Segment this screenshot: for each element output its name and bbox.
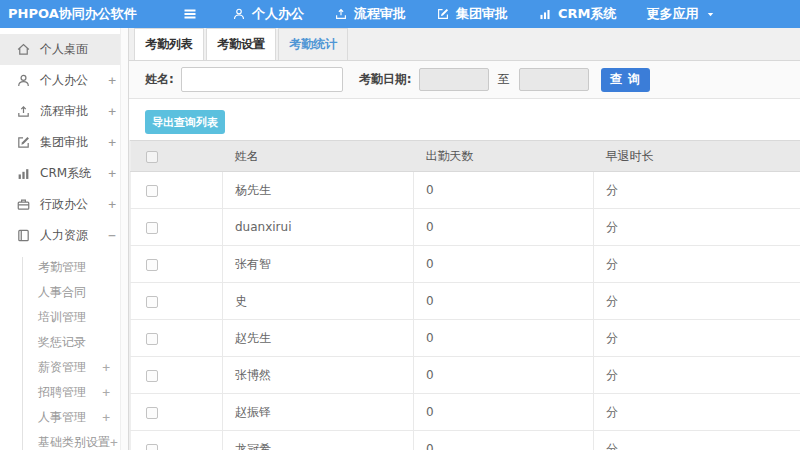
nav-crm-system[interactable]: CRM系统 bbox=[538, 5, 617, 23]
subitem-label: 基础类别设置 bbox=[38, 434, 110, 450]
sidebar-item-group-approval[interactable]: 集团审批 + bbox=[0, 127, 128, 158]
sidebar-subitem-training-mgmt[interactable]: 培训管理 bbox=[0, 305, 128, 330]
book-icon bbox=[16, 228, 31, 243]
name-label: 姓名: bbox=[145, 71, 174, 88]
attendance-table: 姓名 出勤天数 早退时长 杨先生 0 分 bbox=[129, 140, 800, 450]
app-window: PHPOA协同办公软件 个人办公 流程审批 集团审批 CRM系统 更多应用 bbox=[0, 0, 800, 450]
cell-days: 0 bbox=[414, 246, 594, 283]
cell-duration: 分 bbox=[594, 357, 800, 394]
header-early-leave-duration: 早退时长 bbox=[594, 141, 800, 172]
cell-days: 0 bbox=[414, 357, 594, 394]
sidebar-item-label: 行政办公 bbox=[40, 196, 88, 213]
cell-days: 0 bbox=[414, 431, 594, 450]
cell-name: 赵振铎 bbox=[223, 394, 414, 431]
expand-indicator[interactable]: + bbox=[108, 73, 116, 88]
main-content: 考勤列表 考勤设置 考勤统计 姓名: 考勤日期: 至 查 询 导出查询列表 bbox=[129, 28, 800, 450]
sidebar-subitem-salary-mgmt[interactable]: 薪资管理 + bbox=[0, 355, 128, 380]
hamburger-menu-icon[interactable] bbox=[182, 6, 198, 22]
tab-bar: 考勤列表 考勤设置 考勤统计 bbox=[129, 28, 800, 61]
tab-attendance-statistics[interactable]: 考勤统计 bbox=[278, 28, 348, 60]
sidebar-item-personal-office[interactable]: 个人办公 + bbox=[0, 65, 128, 96]
row-checkbox[interactable] bbox=[146, 222, 158, 234]
table-row: duanxirui 0 分 bbox=[131, 209, 800, 246]
row-checkbox[interactable] bbox=[146, 444, 158, 450]
chart-icon bbox=[538, 7, 552, 21]
sidebar-item-label: 集团审批 bbox=[40, 134, 88, 151]
subitem-label: 培训管理 bbox=[38, 309, 86, 326]
user-icon bbox=[232, 7, 246, 21]
sidebar-subitem-recruit-mgmt[interactable]: 招聘管理 + bbox=[0, 380, 128, 405]
subitem-label: 薪资管理 bbox=[38, 359, 86, 376]
table-row: 龙冠希 0 分 bbox=[131, 431, 800, 450]
cell-days: 0 bbox=[414, 172, 594, 209]
expand-indicator[interactable]: + bbox=[102, 360, 110, 375]
nav-personal-office[interactable]: 个人办公 bbox=[232, 5, 304, 23]
sidebar-subitem-attendance-mgmt[interactable]: 考勤管理 bbox=[0, 255, 128, 280]
expand-indicator[interactable]: + bbox=[108, 166, 116, 181]
date-to-input[interactable] bbox=[519, 68, 589, 91]
home-icon bbox=[16, 42, 31, 57]
table-row: 赵振铎 0 分 bbox=[131, 394, 800, 431]
date-from-input[interactable] bbox=[419, 68, 489, 91]
expand-indicator[interactable]: + bbox=[108, 104, 116, 119]
user-icon bbox=[16, 73, 31, 88]
sidebar-item-human-resources[interactable]: 人力资源 − bbox=[0, 220, 128, 251]
sidebar-item-label: 流程审批 bbox=[40, 103, 88, 120]
cell-duration: 分 bbox=[594, 246, 800, 283]
cell-name: duanxirui bbox=[223, 209, 414, 246]
row-checkbox[interactable] bbox=[146, 185, 158, 197]
row-checkbox[interactable] bbox=[146, 333, 158, 345]
sidebar: 个人桌面 个人办公 + 流程审批 + 集团审批 + CRM系统 + bbox=[0, 28, 129, 450]
nav-label: 个人办公 bbox=[252, 5, 304, 23]
to-label: 至 bbox=[498, 71, 510, 88]
export-list-button[interactable]: 导出查询列表 bbox=[145, 110, 225, 134]
expand-indicator[interactable]: + bbox=[108, 135, 116, 150]
table-header-row: 姓名 出勤天数 早退时长 bbox=[131, 141, 800, 172]
cell-days: 0 bbox=[414, 209, 594, 246]
nav-group-approval[interactable]: 集团审批 bbox=[436, 5, 508, 23]
sidebar-subitem-base-category-settings[interactable]: 基础类别设置 + bbox=[0, 430, 128, 450]
tab-attendance-list[interactable]: 考勤列表 bbox=[134, 28, 204, 60]
row-checkbox[interactable] bbox=[146, 407, 158, 419]
table-row: 赵先生 0 分 bbox=[131, 320, 800, 357]
sidebar-item-admin-office[interactable]: 行政办公 + bbox=[0, 189, 128, 220]
table-row: 张有智 0 分 bbox=[131, 246, 800, 283]
upload-icon bbox=[334, 7, 348, 21]
nav-more-apps[interactable]: 更多应用 bbox=[647, 5, 716, 23]
edit-icon bbox=[16, 135, 31, 150]
subitem-label: 奖惩记录 bbox=[38, 334, 86, 351]
name-input[interactable] bbox=[181, 67, 343, 92]
collapse-indicator[interactable]: − bbox=[108, 228, 116, 243]
cell-name: 赵先生 bbox=[223, 320, 414, 357]
sidebar-subitem-reward-punishment[interactable]: 奖惩记录 bbox=[0, 330, 128, 355]
expand-indicator[interactable]: + bbox=[110, 435, 118, 450]
nav-workflow-approval[interactable]: 流程审批 bbox=[334, 5, 406, 23]
expand-indicator[interactable]: + bbox=[102, 410, 110, 425]
cell-duration: 分 bbox=[594, 431, 800, 450]
sidebar-subitem-hr-contract[interactable]: 人事合同 bbox=[0, 280, 128, 305]
header-name: 姓名 bbox=[223, 141, 414, 172]
select-all-checkbox[interactable] bbox=[146, 151, 158, 163]
top-nav: 个人办公 流程审批 集团审批 CRM系统 更多应用 bbox=[232, 5, 716, 23]
sidebar-item-label: 人力资源 bbox=[40, 227, 88, 244]
nav-label: CRM系统 bbox=[558, 5, 617, 23]
row-checkbox[interactable] bbox=[146, 296, 158, 308]
row-checkbox[interactable] bbox=[146, 370, 158, 382]
expand-indicator[interactable]: + bbox=[108, 197, 116, 212]
query-button[interactable]: 查 询 bbox=[601, 68, 650, 92]
expand-indicator[interactable]: + bbox=[102, 385, 110, 400]
tab-attendance-settings[interactable]: 考勤设置 bbox=[206, 28, 276, 60]
sidebar-item-workflow-approval[interactable]: 流程审批 + bbox=[0, 96, 128, 127]
sidebar-subitem-personnel-mgmt[interactable]: 人事管理 + bbox=[0, 405, 128, 430]
sidebar-item-personal-desktop[interactable]: 个人桌面 bbox=[0, 34, 128, 65]
table-row: 史 0 分 bbox=[131, 283, 800, 320]
nav-label: 更多应用 bbox=[647, 5, 699, 23]
subitem-label: 考勤管理 bbox=[38, 259, 86, 276]
row-checkbox[interactable] bbox=[146, 259, 158, 271]
sidebar-item-crm-system[interactable]: CRM系统 + bbox=[0, 158, 128, 189]
upload-icon bbox=[16, 104, 31, 119]
cell-days: 0 bbox=[414, 394, 594, 431]
nav-label: 集团审批 bbox=[456, 5, 508, 23]
table-row: 杨先生 0 分 bbox=[131, 172, 800, 209]
subitem-label: 人事合同 bbox=[38, 284, 86, 301]
